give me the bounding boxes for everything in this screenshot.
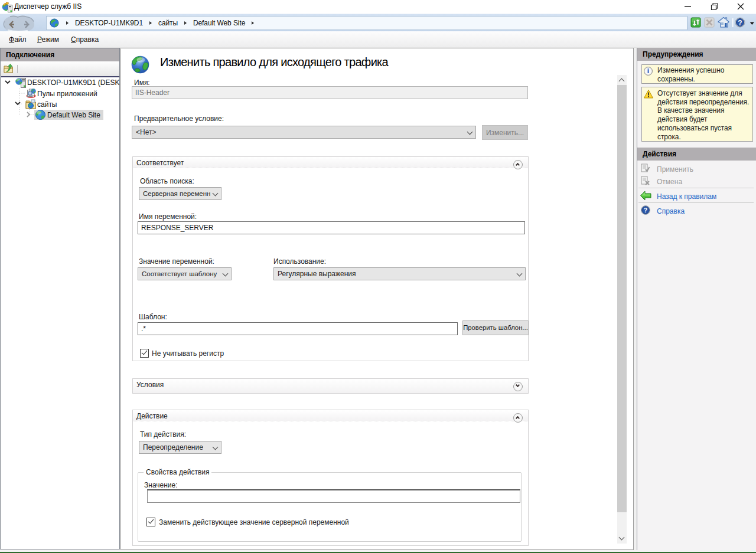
svg-text:DESKTOP-U1MK9D1 (DESKTOP-U1MK9: DESKTOP-U1MK9D1 (DESKTOP-U1MK9D (27, 78, 119, 87)
svg-text:Default Web Site: Default Web Site (47, 111, 100, 119)
svg-text:сайты: сайты (37, 100, 57, 109)
svg-text:Пулы приложений: Пулы приложений (37, 90, 97, 98)
svg-text:?: ? (644, 207, 647, 214)
svg-text:?: ? (738, 19, 742, 27)
